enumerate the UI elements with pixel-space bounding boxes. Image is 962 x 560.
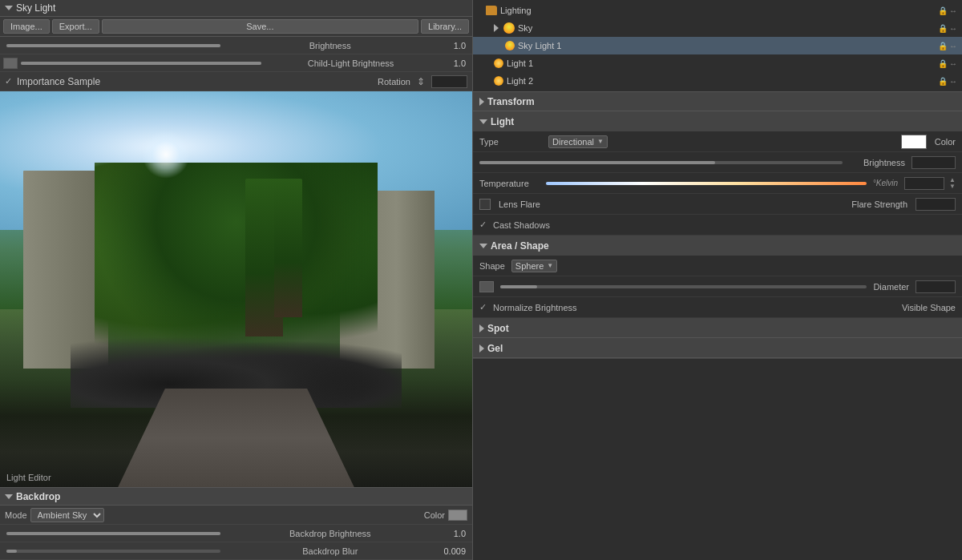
- diameter-slider[interactable]: [500, 285, 867, 288]
- rotation-spinner-icon[interactable]: ⇕: [417, 76, 425, 87]
- kelvin-input[interactable]: 5000.: [904, 177, 944, 190]
- backdrop-brightness-row: Backdrop Brightness 1.0: [0, 525, 472, 542]
- lock-icon-3[interactable]: 🔒: [938, 42, 948, 50]
- backdrop-color-swatch[interactable]: [448, 510, 467, 521]
- tree-item-light1[interactable]: Light 1 🔒 ↔: [473, 54, 962, 72]
- spot-section: Spot: [473, 319, 962, 339]
- lock-icon-2[interactable]: 🔒: [938, 24, 948, 33]
- transform-section-header[interactable]: Transform: [473, 92, 962, 111]
- arrows-icon[interactable]: ↔: [949, 6, 957, 15]
- tree-item-skylight1[interactable]: Sky Light 1 🔒 ↔: [473, 37, 962, 54]
- light-brightness-slider[interactable]: [479, 161, 843, 164]
- spot-title: Spot: [487, 323, 509, 334]
- shape-label: Shape: [479, 261, 505, 271]
- child-brightness-value: 1.0: [437, 58, 469, 68]
- backdrop-title: Backdrop: [16, 491, 60, 502]
- color-label: Color: [424, 510, 445, 520]
- area-shape-title: Area / Shape: [491, 240, 549, 252]
- gel-section-header[interactable]: Gel: [473, 339, 962, 358]
- panel-title: Sky Light: [16, 2, 55, 14]
- area-triangle-icon: [479, 244, 487, 248]
- temperature-row: Temperature °Kelvin 5000. ▲ ▼: [473, 173, 962, 194]
- brightness-label: Brightness: [224, 41, 438, 50]
- transform-triangle-icon: [479, 98, 484, 106]
- shape-dropdown-arrow: ▼: [547, 262, 553, 269]
- backdrop-section-header[interactable]: Backdrop: [0, 488, 472, 506]
- child-brightness-row: Child-Light Brightness 1.0: [0, 54, 472, 72]
- visible-shape-label: Visible Shape: [902, 303, 956, 312]
- kelvin-spinner[interactable]: ▲ ▼: [949, 177, 956, 190]
- spot-section-header[interactable]: Spot: [473, 319, 962, 338]
- lens-flare-row: Lens Flare Flare Strength 1.0: [473, 194, 962, 215]
- brightness-value: 1.0: [437, 41, 469, 50]
- type-row: Type Directional ▼ Color: [473, 131, 962, 152]
- lock-icon-5[interactable]: 🔒: [938, 77, 948, 86]
- preview-area: Light Editor: [0, 91, 472, 487]
- tree-actions-light2: 🔒 ↔: [938, 77, 957, 86]
- tree-item-sky[interactable]: Sky 🔒 ↔: [473, 19, 962, 37]
- cast-shadows-row: ✓ Cast Shadows: [473, 215, 962, 236]
- light-title: Light: [491, 116, 514, 127]
- backdrop-blur-row: Backdrop Blur 0.009: [0, 542, 472, 560]
- area-shape-header[interactable]: Area / Shape: [473, 236, 962, 256]
- preview-label: Light Editor: [6, 473, 51, 482]
- arrows-icon-3[interactable]: ↔: [949, 42, 957, 50]
- toolbar: Image... Export... Save... Library...: [0, 17, 472, 37]
- tree-item-light2[interactable]: Light 2 🔒 ↔: [473, 72, 962, 90]
- rotation-input[interactable]: 87.3: [431, 75, 467, 88]
- mode-row: Mode Ambient Sky Color: [0, 506, 472, 525]
- arrows-icon-2[interactable]: ↔: [949, 24, 957, 33]
- backdrop-blur-slider[interactable]: [6, 550, 220, 553]
- area-shape-section: Area / Shape Shape Sphere ▼ Diameter 0.4…: [473, 236, 962, 319]
- shape-dropdown[interactable]: Sphere ▼: [511, 260, 557, 272]
- brightness-slider[interactable]: [6, 44, 220, 47]
- child-brightness-label: Child-Light Brightness: [265, 58, 437, 68]
- lens-flare-checkbox[interactable]: [479, 199, 491, 210]
- kelvin-slider[interactable]: [546, 182, 867, 185]
- arrows-icon-5[interactable]: ↔: [949, 77, 957, 86]
- tree-trunk-right: [274, 179, 302, 317]
- right-panel: Lighting 🔒 ↔ Sky 🔒 ↔ Sky Light 1 🔒 ↔: [473, 0, 962, 560]
- arrows-icon-4[interactable]: ↔: [949, 59, 957, 68]
- collapse-triangle-icon[interactable]: [5, 6, 13, 10]
- spot-triangle-icon: [479, 324, 484, 332]
- image-button[interactable]: Image...: [3, 19, 50, 34]
- diameter-swatch: [479, 281, 494, 292]
- tree-item-lighting[interactable]: Lighting 🔒 ↔: [473, 2, 962, 19]
- brightness-input[interactable]: 6.418: [911, 156, 956, 169]
- type-label: Type: [479, 137, 544, 147]
- normalize-check-icon: ✓: [479, 302, 487, 312]
- save-button[interactable]: Save...: [102, 19, 418, 34]
- backdrop-section: Backdrop Mode Ambient Sky Color Backdrop…: [0, 487, 472, 560]
- light-icon-1: [494, 58, 503, 68]
- library-button[interactable]: Library...: [421, 19, 469, 34]
- lock-icon[interactable]: 🔒: [938, 6, 948, 15]
- flare-strength-input[interactable]: 1.0: [916, 198, 956, 211]
- gel-triangle-icon: [479, 344, 484, 353]
- left-panel: Sky Light Image... Export... Save... Lib…: [0, 0, 473, 560]
- diameter-input[interactable]: 0.444: [916, 280, 956, 293]
- transform-title: Transform: [487, 96, 535, 107]
- panel-title-bar: Sky Light: [0, 0, 472, 17]
- rotation-label: Rotation: [378, 77, 410, 87]
- child-brightness-checkbox[interactable]: [3, 58, 18, 69]
- normalize-row: ✓ Normalize Brightness Visible Shape: [473, 297, 962, 318]
- tree-expand-icon[interactable]: [494, 24, 499, 32]
- skylight-icon: [505, 41, 515, 50]
- export-button[interactable]: Export...: [52, 19, 99, 34]
- light-color-swatch[interactable]: [901, 135, 927, 149]
- lock-icon-4[interactable]: 🔒: [938, 59, 948, 68]
- backdrop-brightness-slider[interactable]: [6, 532, 220, 535]
- type-dropdown[interactable]: Directional ▼: [548, 135, 608, 148]
- shape-value: Sphere: [515, 261, 544, 271]
- type-value: Directional: [552, 137, 594, 147]
- tree-actions-skylight1: 🔒 ↔: [938, 42, 957, 50]
- light-section: Light Type Directional ▼ Color Brightnes…: [473, 112, 962, 236]
- child-brightness-slider[interactable]: [21, 62, 261, 65]
- flare-strength-label: Flare Strength: [851, 199, 907, 209]
- sky-label: Sky: [518, 23, 935, 33]
- mode-select[interactable]: Ambient Sky: [30, 508, 104, 522]
- backdrop-triangle-icon: [5, 494, 13, 499]
- light-section-header[interactable]: Light: [473, 112, 962, 131]
- color-label: Color: [935, 137, 956, 147]
